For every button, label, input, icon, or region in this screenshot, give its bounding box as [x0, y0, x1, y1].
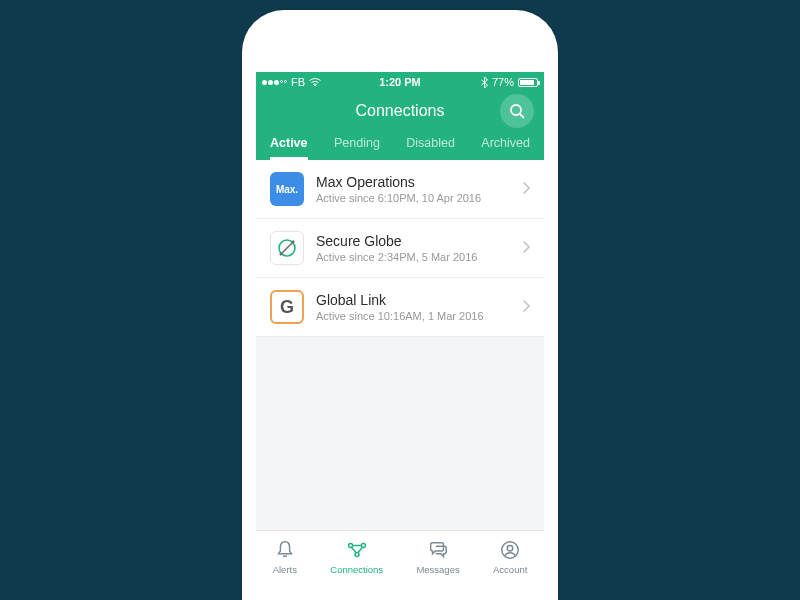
svg-point-4	[280, 253, 283, 256]
globe-icon	[275, 236, 299, 260]
messages-icon	[427, 539, 449, 561]
nav-label: Alerts	[273, 564, 297, 575]
nav-account[interactable]: Account	[493, 539, 527, 575]
tabs: Active Pending Disabled Archived	[256, 130, 544, 160]
connection-info: Global Link Active since 10:16AM, 1 Mar …	[316, 292, 484, 322]
chevron-right-icon	[522, 239, 530, 257]
connection-title: Max Operations	[316, 174, 481, 190]
connection-title: Global Link	[316, 292, 484, 308]
connection-row[interactable]: Secure Globe Active since 2:34PM, 5 Mar …	[256, 219, 544, 278]
connection-title: Secure Globe	[316, 233, 477, 249]
status-time: 1:20 PM	[256, 76, 544, 88]
search-button[interactable]	[500, 94, 534, 128]
header: Connections Active Pending Disabled Arch…	[256, 92, 544, 160]
content-spacer	[256, 337, 544, 530]
connection-row[interactable]: Max. Max Operations Active since 6:10PM,…	[256, 160, 544, 219]
svg-point-10	[507, 545, 513, 551]
tab-pending[interactable]: Pending	[334, 130, 380, 160]
tab-archived[interactable]: Archived	[481, 130, 530, 160]
chevron-right-icon	[522, 180, 530, 198]
nav-connections[interactable]: Connections	[330, 539, 383, 575]
connection-row[interactable]: G Global Link Active since 10:16AM, 1 Ma…	[256, 278, 544, 337]
svg-point-6	[348, 543, 352, 547]
nav-label: Account	[493, 564, 527, 575]
tab-disabled[interactable]: Disabled	[406, 130, 455, 160]
phone-frame: FB 1:20 PM 77% Connections Active Pendin…	[242, 10, 558, 600]
status-bar: FB 1:20 PM 77%	[256, 72, 544, 92]
svg-point-5	[292, 241, 295, 244]
connection-subtitle: Active since 2:34PM, 5 Mar 2016	[316, 251, 477, 263]
battery-icon	[518, 78, 538, 87]
search-icon	[509, 103, 525, 119]
connection-avatar-max: Max.	[270, 172, 304, 206]
svg-point-7	[361, 543, 365, 547]
nav-alerts[interactable]: Alerts	[273, 539, 297, 575]
bottom-nav: Alerts Connections Messages Account	[256, 530, 544, 582]
connections-icon	[346, 539, 368, 561]
bell-icon	[274, 539, 296, 561]
nav-messages[interactable]: Messages	[416, 539, 459, 575]
nav-label: Connections	[330, 564, 383, 575]
connection-info: Max Operations Active since 6:10PM, 10 A…	[316, 174, 481, 204]
svg-point-8	[355, 552, 359, 556]
connection-subtitle: Active since 10:16AM, 1 Mar 2016	[316, 310, 484, 322]
screen: FB 1:20 PM 77% Connections Active Pendin…	[256, 72, 544, 582]
tab-active[interactable]: Active	[270, 130, 308, 160]
svg-line-3	[280, 241, 294, 255]
connection-subtitle: Active since 6:10PM, 10 Apr 2016	[316, 192, 481, 204]
connection-info: Secure Globe Active since 2:34PM, 5 Mar …	[316, 233, 477, 263]
connection-avatar-g: G	[270, 290, 304, 324]
connections-list: Max. Max Operations Active since 6:10PM,…	[256, 160, 544, 337]
nav-label: Messages	[416, 564, 459, 575]
chevron-right-icon	[522, 298, 530, 316]
account-icon	[499, 539, 521, 561]
svg-line-1	[520, 114, 524, 118]
connection-avatar-globe	[270, 231, 304, 265]
